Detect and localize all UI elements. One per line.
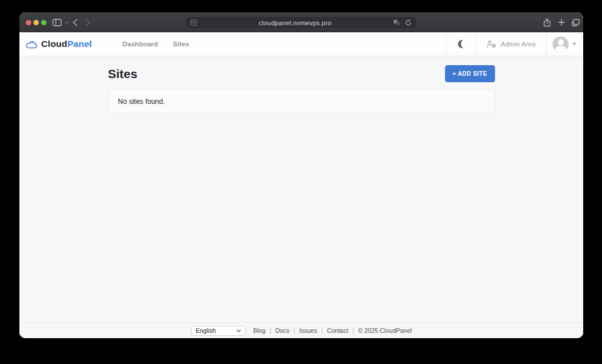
footer-link-issues[interactable]: Issues bbox=[299, 327, 317, 334]
main-content: Sites + ADD SITE No sites found. bbox=[19, 56, 583, 322]
translate-icon[interactable] bbox=[393, 19, 400, 26]
select-chevron-icon bbox=[236, 329, 241, 332]
forward-icon[interactable] bbox=[83, 12, 92, 32]
separator: | bbox=[293, 327, 295, 334]
separator: | bbox=[321, 327, 323, 334]
reader-icon[interactable] bbox=[190, 19, 197, 26]
footer-link-blog[interactable]: Blog bbox=[253, 327, 266, 334]
close-window-button[interactable] bbox=[26, 20, 31, 25]
nav-item-dashboard[interactable]: Dashboard bbox=[122, 41, 158, 48]
logo-text: CloudPanel bbox=[41, 39, 92, 49]
back-icon[interactable] bbox=[71, 12, 79, 32]
footer-link-docs[interactable]: Docs bbox=[275, 327, 289, 334]
add-site-button[interactable]: + ADD SITE bbox=[445, 65, 495, 82]
empty-state-box: No sites found. bbox=[108, 89, 495, 113]
app-footer: English Blog | Docs | Issues | Contact |… bbox=[19, 322, 583, 338]
separator: | bbox=[352, 327, 354, 334]
header-right: Admin Area bbox=[446, 32, 583, 56]
reload-icon[interactable] bbox=[405, 19, 412, 26]
users-gear-icon bbox=[487, 40, 497, 48]
page-title: Sites bbox=[108, 65, 138, 81]
language-select[interactable]: English bbox=[191, 326, 246, 336]
cloud-logo-icon bbox=[26, 40, 38, 49]
url-text[interactable]: cloudpanel.nvmevps.pro bbox=[197, 19, 393, 26]
address-bar[interactable]: cloudpanel.nvmevps.pro bbox=[186, 17, 416, 28]
user-menu[interactable] bbox=[546, 32, 583, 56]
nav-item-sites[interactable]: Sites bbox=[173, 41, 189, 48]
tab-overview-icon[interactable] bbox=[570, 12, 581, 32]
caret-down-icon bbox=[573, 43, 576, 45]
browser-window: cloudpanel.nvmevps.pro bbox=[19, 12, 583, 338]
chevron-down-icon[interactable] bbox=[63, 12, 69, 32]
admin-area-link[interactable]: Admin Area bbox=[476, 32, 546, 56]
language-selected: English bbox=[196, 327, 216, 334]
minimize-window-button[interactable] bbox=[34, 20, 39, 25]
app-header: CloudPanel Dashboard Sites bbox=[19, 32, 583, 56]
moon-icon bbox=[457, 39, 466, 49]
new-tab-icon[interactable] bbox=[557, 12, 566, 32]
dark-mode-toggle[interactable] bbox=[446, 32, 476, 56]
admin-area-label: Admin Area bbox=[501, 41, 536, 48]
copyright-text: © 2025 CloudPanel bbox=[358, 327, 412, 334]
footer-link-contact[interactable]: Contact bbox=[327, 327, 348, 334]
empty-state-text: No sites found. bbox=[118, 97, 165, 106]
browser-titlebar: cloudpanel.nvmevps.pro bbox=[19, 12, 583, 32]
window-controls bbox=[26, 20, 46, 25]
main-nav: Dashboard Sites bbox=[122, 32, 189, 56]
cloudpanel-logo[interactable]: CloudPanel bbox=[26, 32, 92, 56]
share-icon[interactable] bbox=[542, 12, 551, 32]
footer-links: Blog | Docs | Issues | Contact | © 2025 … bbox=[253, 327, 412, 334]
separator: | bbox=[270, 327, 272, 334]
zoom-window-button[interactable] bbox=[41, 20, 46, 25]
sidebar-icon[interactable] bbox=[51, 12, 63, 32]
avatar bbox=[553, 36, 568, 52]
